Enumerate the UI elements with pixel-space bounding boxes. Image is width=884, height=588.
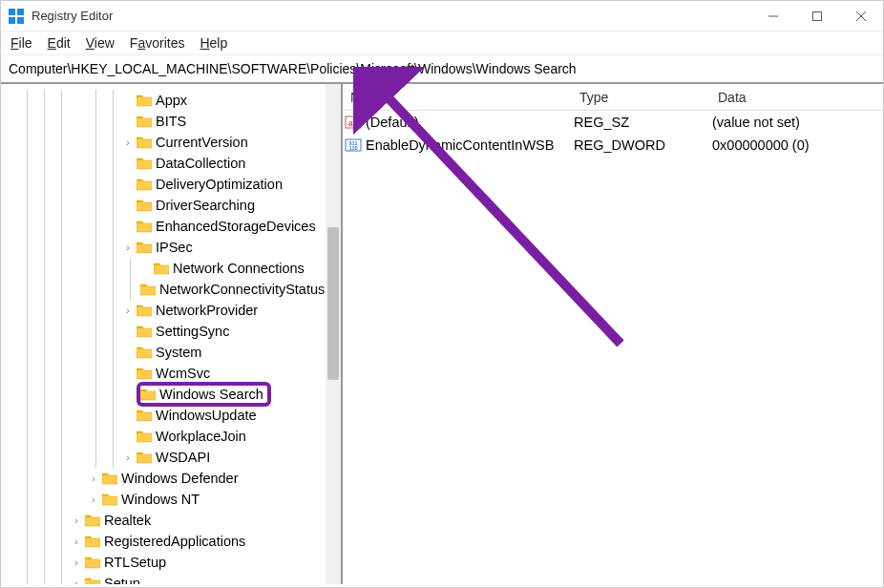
tree-item-label: Windows Defender [121, 471, 239, 486]
tree-item-label: DataCollection [156, 156, 245, 171]
column-header-name[interactable]: Name [343, 86, 572, 109]
list-pane[interactable]: Name Type Data ab(Default)REG_SZ(value n… [343, 84, 883, 584]
menu-edit[interactable]: Edit [48, 35, 71, 51]
value-name: EnableDynamicContentInWSB [366, 137, 554, 153]
value-data: (value not set) [712, 115, 883, 130]
value-type: REG_DWORD [574, 137, 712, 153]
svg-text:ab: ab [348, 118, 359, 128]
menu-file[interactable]: File [11, 35, 32, 51]
tree-item[interactable]: DriverSearching [1, 195, 341, 216]
tree-item[interactable]: DataCollection [1, 153, 341, 174]
folder-icon [137, 178, 152, 191]
tree-item-label: WorkplaceJoin [156, 429, 246, 444]
tree-item[interactable]: ›WSDAPI [1, 447, 341, 468]
tree-item-label: SettingSync [156, 324, 229, 339]
tree-item-label: Windows Search [159, 387, 263, 402]
menu-view[interactable]: View [86, 35, 115, 51]
tree-item-label: Windows NT [121, 492, 200, 507]
tree-item-label: Realtek [104, 513, 151, 528]
expander-icon[interactable]: › [121, 305, 135, 316]
tree-item[interactable]: ›RegisteredApplications [1, 531, 341, 552]
tree-item[interactable]: ›RTLSetup [1, 552, 341, 573]
folder-icon [137, 367, 152, 380]
folder-icon [137, 94, 152, 107]
tree-item[interactable]: SettingSync [1, 321, 341, 342]
tree-item-label: EnhancedStorageDevices [156, 219, 316, 234]
expander-icon[interactable]: › [121, 452, 135, 463]
tree-item[interactable]: ›Setup [1, 573, 341, 584]
expander-icon[interactable]: › [70, 557, 83, 568]
tree-item[interactable]: WcmSvc [1, 363, 341, 384]
tree-item-label: WindowsUpdate [156, 408, 257, 423]
titlebar: Registry Editor [1, 1, 883, 32]
expander-icon[interactable]: › [70, 578, 83, 585]
tree-item[interactable]: Network Connections [1, 258, 341, 279]
value-row[interactable]: 011110EnableDynamicContentInWSBREG_DWORD… [343, 134, 883, 157]
tree-item[interactable]: WindowsUpdate [1, 405, 341, 426]
tree-scrollbar[interactable] [326, 84, 341, 584]
tree-item[interactable]: System [1, 342, 341, 363]
tree-item[interactable]: WorkplaceJoin [1, 426, 341, 447]
folder-icon [137, 199, 152, 212]
tree-item-label: WcmSvc [156, 366, 210, 381]
tree-item-label: DeliveryOptimization [156, 177, 283, 192]
tree-item[interactable]: ›Realtek [1, 510, 341, 531]
folder-icon [154, 262, 169, 275]
svg-rect-0 [9, 9, 15, 15]
folder-icon [102, 472, 117, 485]
folder-icon [85, 556, 100, 569]
window-title: Registry Editor [32, 9, 113, 23]
tree-item[interactable]: DeliveryOptimization [1, 174, 341, 195]
expander-icon[interactable]: › [70, 515, 83, 526]
tree-item-label: CurrentVersion [156, 135, 248, 150]
folder-icon [85, 514, 100, 527]
expander-icon[interactable]: › [121, 242, 135, 253]
menu-favorites[interactable]: Favorites [130, 35, 185, 51]
tree-item-label: System [156, 345, 201, 360]
tree-item-label: Network Connections [173, 261, 305, 276]
folder-icon [85, 577, 100, 584]
column-header-data[interactable]: Data [710, 86, 883, 109]
value-data: 0x00000000 (0) [712, 137, 883, 153]
value-row[interactable]: ab(Default)REG_SZ(value not set) [343, 111, 883, 134]
tree-item-label: BITS [156, 114, 186, 129]
column-header-type[interactable]: Type [572, 86, 710, 109]
folder-icon [137, 451, 152, 464]
tree-item[interactable]: Windows Search [1, 384, 341, 405]
value-type: REG_SZ [574, 115, 712, 130]
tree-item[interactable]: ›CurrentVersion [1, 132, 341, 153]
address-bar[interactable]: Computer\HKEY_LOCAL_MACHINE\SOFTWARE\Pol… [1, 54, 883, 84]
tree-item[interactable]: EnhancedStorageDevices [1, 216, 341, 237]
tree-item-label: WSDAPI [156, 450, 210, 465]
expander-icon[interactable]: › [87, 494, 100, 505]
tree-item[interactable]: ›NetworkProvider [1, 300, 341, 321]
menu-help[interactable]: Help [200, 35, 227, 51]
tree-item[interactable]: ›IPSec [1, 237, 341, 258]
expander-icon[interactable]: › [70, 536, 83, 547]
tree-item[interactable]: BITS [1, 111, 341, 132]
tree-item-label: DriverSearching [156, 198, 255, 213]
main-pane: AppxBITS›CurrentVersionDataCollectionDel… [1, 84, 883, 584]
tree-item[interactable]: ›Windows NT [1, 489, 341, 510]
tree-scroll-thumb[interactable] [327, 227, 339, 380]
tree-item-label: Setup [104, 576, 140, 584]
folder-icon [102, 493, 117, 506]
close-button[interactable] [839, 1, 883, 32]
folder-icon [137, 346, 152, 359]
maximize-button[interactable] [795, 1, 839, 32]
folder-icon [137, 136, 152, 149]
expander-icon[interactable]: › [121, 137, 135, 148]
tree-item[interactable]: NetworkConnectivityStatusIndicator [1, 279, 341, 300]
folder-icon [137, 157, 152, 170]
tree-pane[interactable]: AppxBITS›CurrentVersionDataCollectionDel… [1, 84, 343, 584]
tree-item[interactable]: Appx [1, 90, 341, 111]
minimize-button[interactable] [751, 1, 795, 32]
folder-icon [140, 283, 156, 296]
window-controls [751, 1, 883, 32]
svg-text:110: 110 [348, 145, 357, 151]
tree-item[interactable]: ›Windows Defender [1, 468, 341, 489]
folder-icon [137, 409, 152, 422]
svg-rect-5 [813, 11, 822, 20]
tree-item-label: Appx [156, 93, 187, 108]
expander-icon[interactable]: › [87, 473, 100, 484]
